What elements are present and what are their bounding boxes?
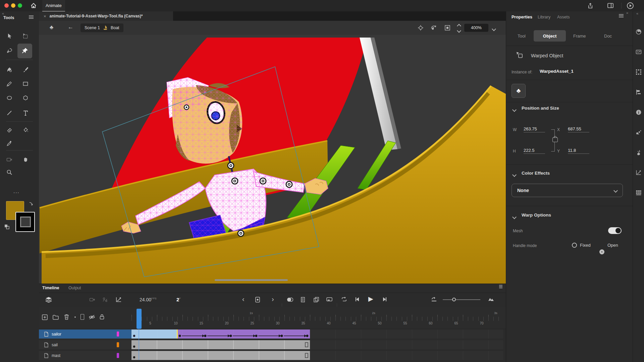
swap-colors-icon[interactable]: [28, 201, 34, 207]
lasso-tool[interactable]: [3, 45, 15, 57]
zoom-stepper[interactable]: [458, 24, 461, 32]
loop-button[interactable]: [341, 296, 347, 303]
rectangle-tool[interactable]: [19, 78, 32, 90]
stroke-color-swatch[interactable]: [15, 212, 35, 232]
onion-skin-outline-icon[interactable]: [301, 297, 307, 303]
camera-tool[interactable]: [3, 154, 15, 166]
scene-panel-icon[interactable]: [636, 89, 642, 95]
tab-timeline[interactable]: Timeline: [42, 286, 59, 290]
layer-track[interactable]: [131, 351, 503, 360]
edit-multiple-frames-icon[interactable]: [313, 297, 319, 303]
lock-layers-icon[interactable]: [99, 314, 105, 320]
new-layer-icon[interactable]: [42, 314, 48, 320]
free-transform-tool[interactable]: [19, 30, 32, 42]
subtab-tool[interactable]: Tool: [518, 34, 526, 39]
oval-tool[interactable]: [3, 92, 15, 104]
delete-layer-icon[interactable]: [64, 314, 69, 320]
window-close-button[interactable]: [4, 3, 9, 8]
reset-timeline-zoom-icon[interactable]: [431, 297, 437, 302]
clip-content-icon[interactable]: [444, 24, 451, 31]
timeline-zoom-knob[interactable]: [452, 298, 456, 301]
test-movie-icon[interactable]: [627, 2, 634, 9]
timeline-zoom-slider[interactable]: [443, 299, 480, 300]
default-colors-icon[interactable]: [4, 224, 10, 230]
onion-skin-icon[interactable]: [286, 297, 293, 303]
collapse-panel-icon[interactable]: «: [2, 11, 4, 15]
cc-libraries-panel-icon[interactable]: [636, 49, 642, 55]
handle-mode-open-radio[interactable]: [599, 249, 604, 254]
back-arrow-icon[interactable]: ←: [68, 24, 73, 31]
instance-name[interactable]: WarpedAsset_1: [540, 69, 574, 74]
color-effects-collapse-icon[interactable]: [513, 172, 516, 178]
frame-picker-panel-icon[interactable]: [636, 190, 642, 196]
breadcrumb-symbol[interactable]: Boat: [111, 25, 119, 30]
history-panel-icon[interactable]: [636, 170, 642, 176]
handle-mode-fixed-radio[interactable]: [572, 243, 577, 248]
layer-depth-icon[interactable]: [102, 297, 108, 302]
align-panel-icon[interactable]: [636, 69, 642, 75]
tab-assets[interactable]: Assets: [557, 15, 570, 19]
zoom-tool[interactable]: [3, 166, 15, 178]
panel-menu-icon[interactable]: [29, 17, 34, 17]
subtab-object[interactable]: Object: [534, 30, 566, 42]
fluid-brush-tool[interactable]: [3, 64, 15, 76]
layer-track[interactable]: [131, 329, 503, 339]
width-field[interactable]: 263.75: [524, 126, 545, 132]
timeline-panel-menu-icon[interactable]: [499, 286, 502, 287]
position-size-collapse-icon[interactable]: [513, 107, 516, 113]
step-back-button[interactable]: [354, 296, 360, 302]
x-field[interactable]: 687.55: [568, 126, 589, 132]
share-icon[interactable]: [587, 2, 594, 9]
breadcrumb-scene[interactable]: Scene 1: [85, 25, 100, 30]
layer-track[interactable]: [131, 340, 503, 349]
home-icon[interactable]: [30, 2, 37, 9]
close-tab-icon[interactable]: ×: [44, 14, 46, 19]
polystar-tool[interactable]: [19, 92, 32, 104]
layer-name-cell[interactable]: sailor: [39, 329, 131, 339]
insert-keyframe-button[interactable]: [255, 297, 261, 303]
stage-canvas[interactable]: [39, 35, 506, 284]
text-tool[interactable]: [19, 107, 32, 119]
warp-options-collapse-icon[interactable]: [513, 214, 516, 220]
expand-panel-icon[interactable]: »: [626, 11, 628, 15]
collapse-dock-icon[interactable]: «: [636, 11, 638, 15]
rotate-view-icon[interactable]: [430, 24, 437, 32]
zoom-dropdown-icon[interactable]: [492, 26, 495, 32]
asset-warp-tool[interactable]: [17, 44, 32, 58]
selection-tool[interactable]: [3, 30, 15, 42]
paint-bucket-tool[interactable]: [19, 124, 32, 136]
eyedropper-tool[interactable]: [3, 137, 15, 149]
window-zoom-button[interactable]: [18, 3, 22, 8]
highlight-layers-dot[interactable]: [74, 316, 76, 318]
current-frame-field[interactable]: 2F: [176, 297, 181, 302]
step-forward-button[interactable]: [382, 296, 388, 302]
pencil-tool[interactable]: [3, 78, 15, 90]
mesh-toggle[interactable]: [608, 227, 622, 234]
line-tool[interactable]: [3, 107, 15, 119]
new-folder-icon[interactable]: [52, 314, 59, 320]
camera-toggle-icon[interactable]: [89, 297, 95, 302]
app-tab-animate[interactable]: Animate: [42, 0, 65, 12]
window-minimize-button[interactable]: [11, 3, 15, 8]
info-panel-icon[interactable]: [636, 109, 642, 115]
lock-aspect-icon[interactable]: [552, 137, 558, 142]
center-stage-icon[interactable]: [417, 24, 424, 31]
tab-library[interactable]: Library: [538, 15, 550, 19]
properties-menu-icon[interactable]: [619, 15, 624, 16]
more-tools-button[interactable]: ...: [13, 188, 20, 194]
layer-row-sailor[interactable]: sailor: [39, 329, 506, 339]
hide-layers-icon[interactable]: [89, 314, 95, 320]
color-panel-icon[interactable]: [636, 29, 642, 35]
color-effect-dropdown[interactable]: None: [512, 184, 623, 197]
document-tab[interactable]: × animate-Tutorial-9-Asset-Warp-Tool.fla…: [39, 11, 173, 21]
hand-tool[interactable]: [19, 154, 32, 166]
zoom-level-field[interactable]: 400%: [464, 24, 488, 32]
frame-graph-icon[interactable]: [115, 297, 122, 303]
layers-icon[interactable]: [45, 296, 52, 303]
previous-keyframe-button[interactable]: ‹: [242, 295, 245, 303]
workspace-icon[interactable]: [607, 3, 614, 9]
play-button[interactable]: ▶: [368, 295, 373, 303]
layer-row-mast[interactable]: mast: [39, 351, 506, 360]
height-field[interactable]: 222.5: [524, 148, 545, 154]
horizontal-scrollbar[interactable]: [215, 279, 288, 281]
